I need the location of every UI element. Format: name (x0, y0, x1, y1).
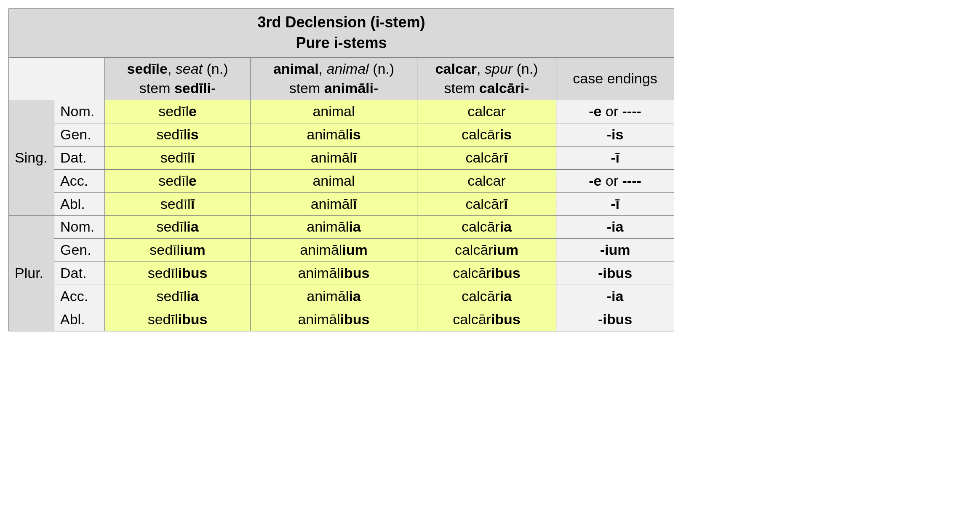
header-blank (9, 58, 105, 100)
case-label: Nom. (54, 216, 105, 239)
case-label: Acc. (54, 285, 105, 308)
case-label: Gen. (54, 123, 105, 146)
table-row: Dat. sedīlī animālī calcārī -ī (9, 146, 674, 169)
form-cell: sedīlia (105, 216, 251, 239)
form-cell: calcāria (417, 216, 556, 239)
ending-cell: -ium (556, 239, 674, 262)
table-row: Sing. Nom. sedīle animal calcar -e or --… (9, 100, 674, 123)
table-title: 3rd Declension (i-stem) Pure i-stems (9, 9, 674, 58)
title-line-1: 3rd Declension (i-stem) (257, 13, 425, 31)
header-word-1: sedīle, seat (n.) stem sedīli- (105, 58, 251, 100)
form-cell: animālia (251, 216, 417, 239)
form-cell: calcārī (417, 146, 556, 169)
ending-cell: -is (556, 123, 674, 146)
form-cell: sedīlis (105, 123, 251, 146)
form-cell: calcāris (417, 123, 556, 146)
form-cell: animālibus (251, 308, 417, 331)
table-row: Acc. sedīle animal calcar -e or ---- (9, 169, 674, 192)
header-word-3: calcar, spur (n.) stem calcāri- (417, 58, 556, 100)
form-cell: animālium (251, 239, 417, 262)
ending-cell: -ibus (556, 308, 674, 331)
group-plural: Plur. (9, 216, 54, 331)
table-row: Dat. sedīlibus animālibus calcāribus -ib… (9, 262, 674, 285)
form-cell: animālia (251, 285, 417, 308)
form-cell: sedīlibus (105, 262, 251, 285)
form-cell: sedīlī (105, 192, 251, 216)
ending-cell: -ia (556, 285, 674, 308)
case-label: Abl. (54, 192, 105, 216)
table-row: Gen. sedīlis animālis calcāris -is (9, 123, 674, 146)
form-cell: calcar (417, 100, 556, 123)
form-cell: calcar (417, 169, 556, 192)
form-cell: sedīle (105, 169, 251, 192)
form-cell: calcārī (417, 192, 556, 216)
ending-cell: -e or ---- (556, 169, 674, 192)
ending-cell: -e or ---- (556, 100, 674, 123)
group-singular: Sing. (9, 100, 54, 215)
ending-cell: -ī (556, 146, 674, 169)
table-row: Abl. sedīlī animālī calcārī -ī (9, 192, 674, 216)
case-label: Gen. (54, 239, 105, 262)
form-cell: sedīle (105, 100, 251, 123)
title-line-2: Pure i-stems (296, 34, 387, 51)
table-row: Plur. Nom. sedīlia animālia calcāria -ia (9, 216, 674, 239)
form-cell: animālis (251, 123, 417, 146)
form-cell: calcārium (417, 239, 556, 262)
form-cell: sedīlī (105, 146, 251, 169)
form-cell: calcāribus (417, 262, 556, 285)
form-cell: sedīlium (105, 239, 251, 262)
form-cell: animālibus (251, 262, 417, 285)
case-label: Nom. (54, 100, 105, 123)
form-cell: calcāria (417, 285, 556, 308)
ending-cell: -ibus (556, 262, 674, 285)
header-endings: case endings (556, 58, 674, 100)
case-label: Dat. (54, 146, 105, 169)
case-label: Acc. (54, 169, 105, 192)
table-row: Acc. sedīlia animālia calcāria -ia (9, 285, 674, 308)
case-label: Abl. (54, 308, 105, 331)
case-label: Dat. (54, 262, 105, 285)
ending-cell: -ī (556, 192, 674, 216)
declension-table: 3rd Declension (i-stem) Pure i-stems sed… (8, 8, 674, 331)
table-row: Gen. sedīlium animālium calcārium -ium (9, 239, 674, 262)
ending-cell: -ia (556, 216, 674, 239)
form-cell: calcāribus (417, 308, 556, 331)
form-cell: animālī (251, 192, 417, 216)
form-cell: sedīlibus (105, 308, 251, 331)
table-row: Abl. sedīlibus animālibus calcāribus -ib… (9, 308, 674, 331)
form-cell: animālī (251, 146, 417, 169)
form-cell: animal (251, 169, 417, 192)
form-cell: animal (251, 100, 417, 123)
header-word-2: animal, animal (n.) stem animāli- (251, 58, 417, 100)
form-cell: sedīlia (105, 285, 251, 308)
